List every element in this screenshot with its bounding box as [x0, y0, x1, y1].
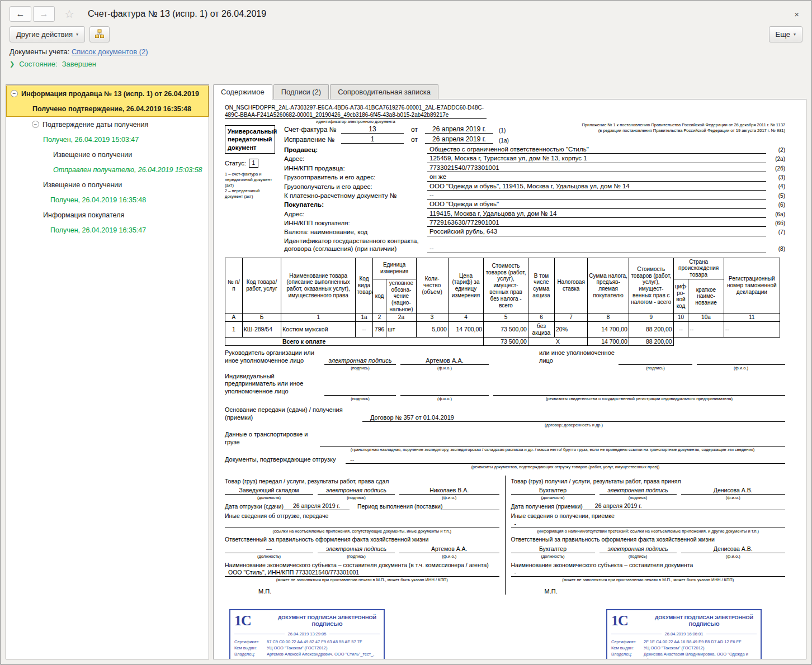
state-line: ❯ Состояние: Завершен	[1, 59, 811, 73]
edi-structure-button[interactable]	[89, 26, 110, 42]
signer-name: Денисова А.В.	[681, 545, 786, 553]
letter-cell: Б	[242, 314, 281, 321]
tab-cover-note[interactable]: Сопроводительная записка	[330, 84, 438, 99]
documents-list-link[interactable]: Список документов (2)	[72, 48, 148, 56]
data-cell: 88 200,00	[629, 321, 673, 337]
handover-receive-columns: Товар (груз) передал / услуги, результат…	[225, 476, 785, 595]
other-info-label: Иные сведения об отгрузке, передаче	[225, 512, 499, 520]
1c-logo-icon: 1С	[234, 612, 275, 629]
letter-cell: 2	[372, 314, 386, 321]
data-cell: 796	[372, 321, 386, 337]
tree-item-confirmation-received[interactable]: Получено подтверждение, 26.04.2019 16:35…	[7, 101, 208, 116]
caption: (договор; доверенность и др.)	[428, 422, 719, 428]
caption: (подпись)	[599, 495, 677, 501]
entity-label: Наименование экономического субъекта – с…	[511, 562, 786, 569]
handover-column: Товар (груз) передал / услуги, результат…	[225, 476, 499, 595]
stamp-datetime: 26.04.2019 16:06:01	[611, 631, 757, 636]
col-header: Наименование товара (описание выполненны…	[281, 258, 356, 314]
back-button[interactable]: ←	[10, 6, 31, 22]
form-footnote-mark: (4)	[766, 183, 785, 191]
tab-signatures[interactable]: Подписи (2)	[273, 84, 329, 99]
caption: (должность)	[225, 495, 313, 501]
field-row: ИНН/КПП продавца:7733021540/773301001(2б…	[284, 164, 785, 172]
tree-item-status[interactable]: Получен, 26.04.2019 16:35:48	[6, 192, 209, 207]
tree-item-status[interactable]: Отправлен получателю, 26.04.2019 15:03:5…	[6, 162, 209, 177]
correction-label: Исправление №	[284, 136, 341, 144]
entity-value: ООО "Стиль", ИНН/КПП 7733021540/77330100…	[225, 569, 499, 577]
page-title: Счет-фактура № 13 (испр. 1) от 26.04.201…	[88, 9, 266, 19]
tree-item-buyer-info[interactable]: Информация покупателя	[6, 207, 209, 222]
data-cell: 5,000	[416, 321, 448, 337]
stamp-field-value: Артемов Алексей Александрович, ООО "Стил…	[267, 652, 380, 659]
field-value: Общество с ограниченной ответственностью…	[427, 145, 766, 154]
field-row: Грузоотправитель и его адрес:он же(3)	[284, 173, 785, 181]
responsible-label: Ответственный за правильность оформления…	[225, 536, 499, 544]
document-tree[interactable]: − Информация продавца № 13 (испр. 1) от …	[6, 84, 209, 659]
tree-item-seller-info[interactable]: − Информация продавца № 13 (испр. 1) от …	[7, 86, 208, 101]
letter-cell: А	[225, 314, 243, 321]
tab-strip: Содержимое Подписи (2) Сопроводительная …	[213, 84, 806, 99]
tree-item-status[interactable]: Получен, 26.04.2019 16:35:47	[6, 222, 209, 238]
tree-selection: − Информация продавца № 13 (испр. 1) от …	[6, 86, 209, 117]
field-label: Идентификатор государственного контракта…	[284, 237, 427, 253]
col-header: Страна происхождения товара	[673, 258, 724, 279]
favorite-star-icon[interactable]: ☆	[64, 7, 74, 21]
arrow-left-icon: ←	[16, 9, 25, 19]
field-value: --	[427, 244, 766, 253]
eid-text: ON_NSCHFDOPPR_2AL-A7303297-E6CA-4BD6-A73…	[225, 104, 487, 119]
field-row: К платежно-расчетному документу №--(5)	[284, 191, 785, 200]
caption: (должность)	[511, 554, 595, 559]
tree-item-receipt-notice[interactable]: Извещение о получении	[6, 147, 209, 162]
caption: (может не заполняться при проставлении п…	[511, 577, 786, 583]
signature-slot: Денисова А.В. (ф.и.о.)	[681, 487, 786, 501]
col-header: циф- ро- вой код	[673, 279, 688, 314]
letter-cell: 9	[629, 314, 673, 321]
signature-slot: (реквизиты свидетельства о государственн…	[493, 388, 785, 402]
stamp-place-label: М.П.	[258, 588, 499, 595]
accounting-documents-line: Документы учета: Список документов (2)	[1, 46, 811, 59]
shipping-docs-slot: -- (реквизиты документов, подтверждающих…	[346, 456, 785, 470]
form-footnote-mark: (2б)	[766, 165, 785, 173]
data-cell: 1	[225, 321, 243, 337]
stamp-field-label: Сертификат:	[611, 639, 644, 645]
invoice-number: 13	[341, 125, 404, 134]
date-slot: 26 апреля 2019 г.	[284, 502, 350, 510]
letter-cell: 1а	[356, 314, 373, 321]
receipt-date-value: 26 апреля 2019 г.	[583, 502, 785, 510]
caption: (ф.и.о.)	[400, 365, 489, 371]
chevron-right-icon[interactable]: ❯	[10, 60, 15, 68]
status-label: Статус:	[225, 160, 246, 167]
tree-item-receipt-notice[interactable]: Извещение о получении	[6, 177, 209, 192]
forward-button[interactable]: →	[33, 6, 55, 22]
letter-cell: 4	[448, 314, 483, 321]
signature-slot: (подпись)	[619, 357, 692, 371]
tree-item-date-confirmation[interactable]: − Подтверждение даты получения	[6, 117, 209, 132]
tree-item-status[interactable]: Получен, 26.04.2019 15:03:47	[6, 132, 209, 147]
invoice-header-fields: Счет-фактура № 13 от 26 апреля 2019 г. (…	[284, 125, 785, 254]
more-button[interactable]: Еще ▾	[769, 26, 802, 42]
document-view[interactable]: ON_NSCHFDOPPR_2AL-A7303297-E6CA-4BD6-A73…	[213, 99, 806, 659]
letter-cell: 8	[588, 314, 629, 321]
caption: (транспортная накладная, поручение экспе…	[320, 447, 785, 453]
tree-item-label: Извещение о получении	[53, 151, 132, 159]
data-cell: --	[688, 321, 724, 337]
field-value: ООО "Одежда и обувь", 119415, Москва г, …	[427, 182, 766, 191]
table-row: 1 КШ-289/54 Костюм мужской -- 796 шт 5,0…	[225, 321, 780, 337]
collapse-icon[interactable]: −	[11, 90, 18, 97]
field-row: Покупатель:ООО "Одежда и обувь"(6)	[284, 200, 785, 208]
field-value: 125459, Москва г, Туристская ул, дом № 1…	[427, 154, 766, 163]
signer-name	[400, 388, 489, 396]
tab-content[interactable]: Содержимое	[213, 84, 272, 99]
letter-cell: 7	[554, 314, 587, 321]
close-button[interactable]: ×	[791, 8, 802, 20]
signer-role-label: Руководитель организации или иное уполно…	[225, 349, 324, 371]
other-actions-button[interactable]: Другие действия ▾	[10, 26, 85, 42]
caption: (подпись)	[619, 365, 692, 371]
signature-value	[493, 388, 785, 396]
stamp-field-value: 57 C9 C0 00 22 AA 49 82 47 F9 63 A5 55 A…	[267, 639, 380, 645]
signature-slot: (подпись)	[324, 388, 396, 402]
collapse-icon[interactable]: −	[32, 121, 39, 128]
col-header: Регистрационный номер таможенной деклара…	[724, 258, 780, 314]
stamp-field-value: УЦ ООО "Такском" (ГОСТ2012)	[267, 645, 380, 652]
caption: (подпись)	[318, 554, 395, 559]
